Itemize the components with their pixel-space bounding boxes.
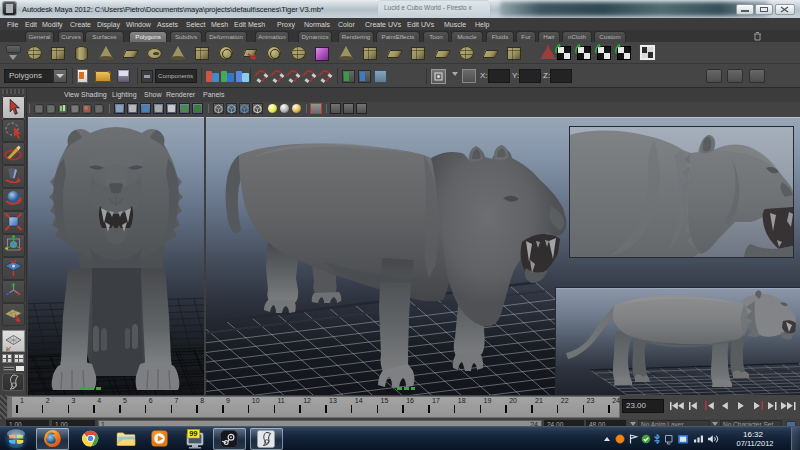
svg-text:99: 99 bbox=[189, 429, 197, 438]
